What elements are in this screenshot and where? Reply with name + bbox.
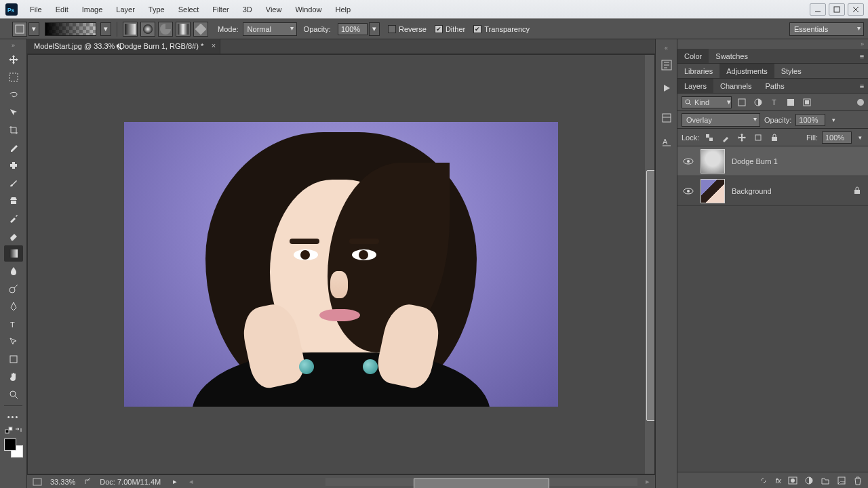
blur-tool-icon[interactable] — [4, 263, 23, 279]
horizontal-scrollbar[interactable] — [326, 478, 637, 486]
tab-styles[interactable]: Styles — [774, 64, 808, 78]
actions-panel-icon[interactable] — [658, 80, 675, 96]
menu-window[interactable]: Window — [288, 0, 328, 18]
filter-smart-icon[interactable] — [801, 96, 813, 108]
hand-tool-icon[interactable] — [4, 369, 23, 385]
window-maximize-button[interactable] — [829, 3, 845, 16]
marquee-tool-icon[interactable] — [4, 69, 23, 85]
tool-preset-picker[interactable] — [12, 22, 27, 37]
fg-bg-color[interactable] — [4, 439, 23, 458]
filter-toggle[interactable] — [857, 99, 864, 106]
layer-fx-icon[interactable]: fx — [775, 476, 781, 485]
menu-type[interactable]: Type — [142, 0, 172, 18]
opacity-input[interactable]: 100% — [338, 23, 368, 35]
character-panel-icon[interactable]: A — [658, 133, 675, 149]
gradient-diamond-icon[interactable] — [193, 22, 208, 37]
tab-adjustments[interactable]: Adjustments — [719, 64, 774, 78]
filter-type-icon[interactable]: T — [768, 96, 781, 108]
expand-tools-icon[interactable]: » — [0, 42, 26, 49]
layer-filter-kind[interactable]: Kind▾ — [682, 96, 732, 108]
visibility-toggle-icon[interactable] — [683, 186, 694, 197]
menu-file[interactable]: File — [23, 0, 49, 18]
new-layer-icon[interactable] — [837, 476, 846, 485]
tab-color[interactable]: Color — [677, 49, 709, 63]
menu-edit[interactable]: Edit — [49, 0, 75, 18]
layer-name[interactable]: Dodge Burn 1 — [732, 157, 863, 165]
filter-shape-icon[interactable] — [785, 96, 797, 108]
vertical-scrollbar[interactable] — [645, 55, 654, 474]
scroll-left-icon[interactable]: ◂ — [189, 477, 193, 486]
eraser-tool-icon[interactable] — [4, 228, 23, 244]
move-tool-icon[interactable] — [4, 52, 23, 68]
group-icon[interactable] — [821, 476, 830, 485]
gradient-tool-icon[interactable] — [4, 245, 23, 262]
tab-swatches[interactable]: Swatches — [709, 49, 755, 63]
share-icon[interactable] — [83, 478, 92, 486]
gradient-picker-chevron[interactable]: ▾ — [100, 22, 111, 36]
fill-input[interactable]: 100% — [822, 131, 852, 144]
window-minimize-button[interactable] — [810, 3, 826, 16]
close-tab-icon[interactable]: × — [212, 41, 216, 49]
doc-info-chevron[interactable]: ▸ — [173, 477, 177, 486]
eyedropper-tool-icon[interactable] — [4, 140, 23, 156]
mode-select[interactable]: Normal — [243, 22, 297, 36]
collapse-dock-icon[interactable]: « — [656, 45, 677, 52]
menu-select[interactable]: Select — [172, 0, 206, 18]
layer-row[interactable]: Background — [677, 176, 868, 206]
layer-row[interactable]: Dodge Burn 1 — [677, 146, 868, 176]
panel-menu-icon[interactable]: ≡ — [856, 49, 868, 63]
canvas[interactable] — [27, 54, 655, 474]
tab-paths[interactable]: Paths — [759, 79, 791, 93]
layer-thumbnail[interactable] — [701, 149, 725, 174]
tab-channels[interactable]: Channels — [713, 79, 758, 93]
fill-chevron[interactable]: ▾ — [856, 134, 864, 141]
tool-preset-chevron[interactable]: ▾ — [28, 22, 39, 36]
reverse-checkbox[interactable] — [388, 25, 396, 33]
trash-icon[interactable] — [853, 476, 863, 485]
layers-panel-menu-icon[interactable]: ≡ — [856, 79, 868, 93]
dodge-tool-icon[interactable] — [4, 281, 23, 297]
swap-colors-icon[interactable] — [14, 426, 22, 434]
menu-layer[interactable]: Layer — [109, 0, 142, 18]
blend-mode-select[interactable]: Overlay — [682, 113, 760, 127]
gradient-angle-icon[interactable] — [158, 22, 173, 37]
tab-layers[interactable]: Layers — [677, 79, 713, 93]
healing-tool-icon[interactable] — [4, 157, 23, 174]
shape-tool-icon[interactable] — [4, 351, 23, 367]
menu-help[interactable]: Help — [329, 0, 358, 18]
menu-view[interactable]: View — [259, 0, 289, 18]
visibility-toggle-icon[interactable] — [683, 156, 694, 167]
dither-checkbox[interactable] — [435, 25, 443, 33]
status-mini-icon[interactable] — [33, 478, 42, 486]
zoom-tool-icon[interactable] — [4, 386, 23, 403]
layer-opacity-chevron[interactable]: ▾ — [829, 117, 837, 123]
lock-transparent-icon[interactable] — [703, 131, 715, 144]
edit-toolbar-icon[interactable]: ••• — [4, 409, 23, 425]
path-select-tool-icon[interactable] — [4, 333, 23, 350]
gradient-reflected-icon[interactable] — [176, 22, 191, 37]
tab-libraries[interactable]: Libraries — [677, 64, 719, 78]
scroll-right-icon[interactable]: ▸ — [646, 477, 650, 486]
quick-select-tool-icon[interactable] — [4, 104, 23, 121]
link-layers-icon[interactable] — [759, 476, 768, 485]
gradient-linear-icon[interactable] — [123, 22, 138, 37]
properties-panel-icon[interactable] — [658, 110, 675, 126]
default-colors-icon[interactable] — [5, 426, 13, 434]
gradient-swatch[interactable] — [45, 22, 96, 36]
clone-tool-icon[interactable] — [4, 192, 23, 209]
transparency-checkbox[interactable] — [473, 25, 481, 33]
history-brush-tool-icon[interactable] — [4, 210, 23, 226]
crop-tool-icon[interactable] — [4, 122, 23, 138]
lasso-tool-icon[interactable] — [4, 87, 23, 103]
layer-mask-icon[interactable] — [788, 476, 797, 485]
gradient-radial-icon[interactable] — [140, 22, 155, 37]
lock-all-icon[interactable] — [768, 131, 781, 144]
layer-opacity-input[interactable]: 100% — [795, 114, 825, 126]
history-panel-icon[interactable] — [658, 57, 675, 73]
document-tab[interactable]: ModelStart.jpg @ 33.3% (Dodge Burn 1, RG… — [27, 39, 220, 54]
menu-3d[interactable]: 3D — [236, 0, 259, 18]
adjustment-layer-icon[interactable] — [804, 476, 814, 485]
pen-tool-icon[interactable] — [4, 298, 23, 314]
layer-name[interactable]: Background — [732, 187, 846, 195]
layer-thumbnail[interactable] — [701, 179, 725, 203]
